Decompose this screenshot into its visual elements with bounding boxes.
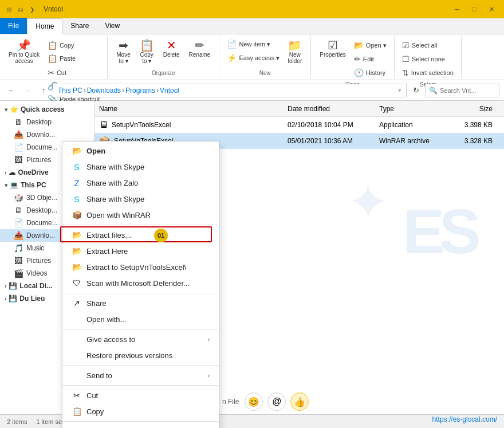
- ctx-restore[interactable]: Restore previous versions: [62, 347, 219, 363]
- dulieu-expand-icon: ›: [5, 296, 6, 302]
- ctx-winrar-label: Open with WinRAR: [86, 211, 210, 219]
- file-size-2: 3.328 KB: [454, 137, 499, 145]
- organize-label: Organize: [152, 70, 175, 76]
- chat-area: n File 😊 @ 👍: [222, 392, 309, 411]
- ctx-share-skype1[interactable]: S Share with Skype: [62, 159, 219, 175]
- sidebar-section-quick-access[interactable]: ▾ ⭐ Quick access: [0, 103, 94, 116]
- ctx-create-shortcut[interactable]: Create shortcut: [62, 423, 219, 428]
- properties-icon: ☑: [328, 40, 338, 51]
- ctx-copy-icon: 📋: [72, 406, 82, 417]
- ribbon-group-organize: ➡ Moveto ▾ 📋 Copyto ▾ ✕ Delete ✏ Rename …: [108, 36, 219, 78]
- tab-home[interactable]: Home: [27, 18, 62, 34]
- table-row[interactable]: 🖥 SetupVnToolsExcel 02/10/2018 10:04 PM …: [94, 117, 504, 133]
- tab-file[interactable]: File: [0, 18, 27, 34]
- copy-to-button[interactable]: 📋 Copyto ▾: [136, 38, 158, 66]
- ctx-send-to[interactable]: Send to ›: [62, 367, 219, 383]
- refresh-button[interactable]: ↻: [409, 84, 423, 97]
- address-path[interactable]: This PC › Downloads › Programs › Vntool …: [53, 84, 407, 97]
- path-downloads[interactable]: Downloads: [87, 87, 121, 95]
- dulieu-label: Du Lieu: [19, 295, 45, 303]
- path-vntool[interactable]: Vntool: [160, 87, 179, 95]
- select-none-button[interactable]: ☐ Select none: [399, 53, 456, 65]
- tab-view[interactable]: View: [97, 18, 128, 34]
- new-folder-button[interactable]: 📁 Newfolder: [284, 38, 306, 66]
- thispc-expand-icon: ▾: [5, 182, 7, 189]
- tab-share[interactable]: Share: [62, 18, 97, 34]
- ctx-open[interactable]: 📂 Open: [62, 143, 219, 159]
- ctx-sep6: [62, 421, 219, 422]
- ctx-extract-to-icon: 📂: [72, 262, 82, 272]
- rename-label: Rename: [189, 52, 211, 58]
- url-watermark: https://es-glocal.com/: [432, 415, 497, 423]
- back-button[interactable]: ←: [5, 84, 18, 97]
- history-icon: 🕐: [354, 68, 364, 77]
- ctx-share[interactable]: ↗ Share: [62, 295, 219, 311]
- select-content: ☑ Select all ☐ Select none ⇅ Invert sele…: [399, 38, 456, 80]
- edit-button[interactable]: ✏ Edit: [351, 53, 389, 65]
- onedrive-expand-icon: ›: [5, 170, 6, 176]
- path-this-pc[interactable]: This PC: [58, 87, 82, 95]
- ctx-skype2-icon: S: [72, 194, 82, 204]
- ctx-cut-icon: ✂: [72, 390, 82, 400]
- ctx-skype2-label: Share with Skype: [86, 195, 210, 203]
- close-button[interactable]: ✕: [483, 1, 499, 17]
- rename-button[interactable]: ✏ Rename: [185, 38, 215, 60]
- easy-access-button[interactable]: ⚡ Easy access ▾: [224, 52, 282, 64]
- sidebar-item-downloads[interactable]: 📥 Downlo...: [0, 128, 94, 141]
- music-icon: 🎵: [14, 244, 23, 253]
- copy-button[interactable]: 📋 Copy: [45, 39, 103, 52]
- search-input[interactable]: [440, 87, 495, 94]
- ribbon-group-new: 📄 New item ▾ ⚡ Easy access ▾ 📁 Newfolder…: [219, 36, 311, 78]
- search-box[interactable]: 🔍: [425, 84, 499, 97]
- new-item-button[interactable]: 📄 New item ▾: [224, 38, 282, 50]
- desktop-icon: 🖥: [14, 117, 23, 127]
- ribbon: 📌 Pin to Quickaccess 📋 Copy 📋 Paste ✂ Cu…: [0, 34, 504, 80]
- maximize-button[interactable]: □: [466, 1, 482, 17]
- move-to-button[interactable]: ➡ Moveto ▾: [112, 38, 134, 66]
- ctx-restore-label: Restore previous versions: [86, 351, 210, 360]
- like-button[interactable]: 👍: [290, 392, 309, 411]
- ctx-extract-to[interactable]: 📂 Extract to SetupVnToolsExcel\: [62, 259, 219, 275]
- delete-button[interactable]: ✕ Delete: [159, 38, 184, 60]
- chat-icons: 😊 @ 👍: [245, 392, 309, 411]
- ctx-extract-files-icon: 📂: [72, 230, 82, 240]
- ctx-extract-here[interactable]: 📂 Extract Here: [62, 243, 219, 259]
- ctx-zalo-label: Share with Zalo: [86, 179, 210, 187]
- ctx-copy[interactable]: 📋 Copy: [62, 403, 219, 419]
- clipboard-content: 📌 Pin to Quickaccess 📋 Copy 📋 Paste ✂ Cu…: [5, 38, 103, 108]
- cut-button[interactable]: ✂ Cut: [45, 66, 103, 79]
- ctx-scan[interactable]: 🛡 Scan with Microsoft Defender...: [62, 275, 219, 291]
- properties-button[interactable]: ☑ Properties: [316, 38, 350, 60]
- path-programs[interactable]: Programs: [125, 87, 155, 95]
- history-button[interactable]: 🕐 History: [351, 66, 389, 79]
- select-all-button[interactable]: ☑ Select all: [399, 39, 456, 52]
- localdisk-icon: 💾: [9, 282, 17, 290]
- ctx-zalo-icon: Z: [72, 178, 82, 188]
- emoji-button[interactable]: 😊: [245, 392, 263, 411]
- sidebar-item-desktop[interactable]: 🖥 Desktop: [0, 116, 94, 128]
- ctx-scan-label: Scan with Microsoft Defender...: [86, 279, 210, 288]
- open-dropdown-button[interactable]: 📂 Open ▾: [351, 39, 389, 52]
- path-dropdown-icon[interactable]: ▾: [398, 87, 401, 94]
- ctx-open-winrar[interactable]: 📦 Open with WinRAR: [62, 207, 219, 223]
- downloads2-label: Downlo...: [26, 231, 55, 239]
- minimize-button[interactable]: ─: [449, 1, 465, 17]
- quick-access-icon: ⭐: [10, 105, 18, 113]
- col-header-date: Date modified: [288, 105, 379, 113]
- mention-button[interactable]: @: [267, 392, 286, 411]
- desktop2-label: Desktop...: [26, 206, 57, 214]
- paste-button[interactable]: 📋 Paste: [45, 52, 103, 65]
- ctx-give-access[interactable]: Give access to ›: [62, 331, 219, 347]
- move-icon: ➡: [119, 40, 128, 51]
- ctx-open-with[interactable]: Open with...: [62, 311, 219, 327]
- ctx-share-zalo[interactable]: Z Share with Zalo: [62, 175, 219, 191]
- pin-to-quick-access-button[interactable]: 📌 Pin to Quickaccess: [5, 38, 44, 66]
- invert-selection-button[interactable]: ⇅ Invert selection: [399, 66, 456, 79]
- title-bar-icons: ⊟ 🗂 ❯: [5, 5, 37, 14]
- rename-icon: ✏: [195, 40, 204, 51]
- ctx-share-skype2[interactable]: S Share with Skype: [62, 191, 219, 207]
- ctx-cut[interactable]: ✂ Cut: [62, 387, 219, 403]
- ctx-sep2: [62, 293, 219, 293]
- ctx-extract-files[interactable]: 📂 Extract files...: [62, 227, 219, 243]
- up-button[interactable]: ↑: [37, 84, 50, 97]
